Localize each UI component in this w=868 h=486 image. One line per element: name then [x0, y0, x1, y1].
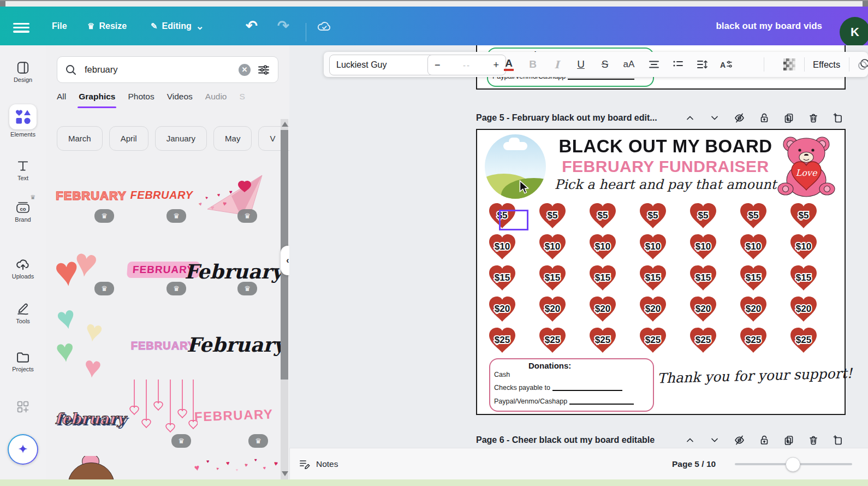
lock-page-icon[interactable] — [759, 435, 770, 446]
heart-10-col5[interactable]: $10 — [688, 233, 718, 262]
heart-10-col3[interactable]: $10 — [587, 233, 618, 262]
sidebar-item-projects[interactable]: Projects — [0, 350, 46, 372]
sidebar-item-apps[interactable] — [0, 399, 46, 414]
add-page-icon[interactable] — [833, 435, 843, 446]
sidebar-item-brand[interactable]: co ♛ Brand — [0, 199, 46, 223]
lock-page-icon[interactable] — [759, 112, 770, 123]
sidebar-item-design[interactable]: Design — [0, 61, 46, 83]
heart-10-col1[interactable]: $10 — [487, 233, 518, 262]
heart-15-col6[interactable]: $15 — [738, 264, 769, 293]
heart-5-col4[interactable]: $5 — [638, 202, 668, 230]
page6-header-title[interactable]: Page 6 - Cheer black out my board editab… — [476, 435, 655, 445]
heart-10-col4[interactable]: $10 — [638, 233, 668, 262]
heart-15-col2[interactable]: $15 — [537, 264, 568, 293]
heart-5-col3[interactable]: $5 — [587, 202, 618, 230]
hide-page-icon[interactable] — [734, 435, 745, 446]
delete-page-icon[interactable] — [808, 112, 819, 123]
text-color-button[interactable]: A — [500, 52, 518, 77]
redo-button[interactable]: ↷ — [277, 7, 289, 45]
graphic-tile-february-script[interactable]: February — [197, 250, 271, 293]
graphic-tile-february-brush[interactable]: February — [199, 325, 273, 364]
heart-20-col6[interactable]: $20 — [738, 295, 769, 324]
underline-button[interactable]: U — [572, 52, 590, 77]
heart-20-col1[interactable]: $20 — [487, 295, 518, 324]
add-page-icon[interactable] — [833, 112, 843, 123]
alignment-button[interactable] — [645, 52, 663, 77]
heart-15-col4[interactable]: $15 — [638, 264, 668, 293]
sidebar-item-elements[interactable]: Elements — [0, 104, 46, 138]
heart-5-col6[interactable]: $5 — [738, 202, 769, 230]
strikethrough-button[interactable]: S — [596, 52, 614, 77]
graphic-tile-character[interactable] — [66, 456, 116, 479]
document-title[interactable]: black out my board vids — [716, 7, 822, 45]
heart-15-col1[interactable]: $15 — [487, 264, 518, 293]
bold-button[interactable]: B — [524, 52, 542, 77]
heart-20-col7[interactable]: $20 — [788, 295, 819, 324]
heart-25-col4[interactable]: $25 — [638, 327, 668, 355]
sidebar-item-text[interactable]: Text — [0, 159, 46, 181]
text-case-button[interactable]: aA — [620, 52, 638, 77]
delete-page-icon[interactable] — [808, 435, 819, 446]
move-page-up-icon[interactable] — [685, 112, 695, 123]
letter-spacing-button[interactable]: A — [717, 52, 735, 77]
file-menu[interactable]: File — [52, 7, 67, 45]
graphic-tile-candy-hearts[interactable]: ♥♥♥♥ — [55, 306, 124, 381]
font-family-selector[interactable]: Luckiest Guy — [329, 55, 436, 75]
avatar[interactable]: K — [840, 17, 868, 48]
move-page-up-icon[interactable] — [685, 435, 695, 446]
heart-25-col7[interactable]: $25 — [788, 327, 819, 355]
notes-button[interactable]: Notes — [299, 448, 338, 480]
graphic-tile-paper-plane-hearts[interactable]: ♥♥♥♥♥♥ — [198, 172, 269, 222]
scroll-up-arrow[interactable] — [282, 122, 288, 127]
duplicate-page-icon[interactable] — [783, 112, 794, 123]
move-page-down-icon[interactable] — [709, 112, 720, 123]
scroll-down-arrow[interactable] — [282, 471, 288, 476]
sidebar-item-tools[interactable]: Tools — [0, 301, 46, 324]
heart-15-col7[interactable]: $15 — [788, 264, 819, 293]
heart-15-col3[interactable]: $15 — [587, 264, 618, 293]
heart-10-col7[interactable]: $10 — [788, 233, 819, 262]
duplicate-page-icon[interactable] — [783, 435, 794, 446]
font-size-value[interactable]: -- — [463, 61, 471, 70]
heart-25-col2[interactable]: $25 — [537, 327, 568, 355]
transparency-button[interactable] — [783, 58, 795, 70]
italic-button[interactable]: I — [548, 52, 566, 77]
heart-10-col6[interactable]: $10 — [738, 233, 769, 262]
heart-15-col5[interactable]: $15 — [688, 264, 718, 293]
heart-25-col1[interactable]: $25 — [487, 327, 518, 355]
line-spacing-button[interactable] — [693, 52, 711, 77]
effects-button[interactable]: Effects — [813, 52, 840, 77]
heart-25-col5[interactable]: $25 — [688, 327, 718, 355]
undo-button[interactable]: ↶ — [246, 7, 258, 45]
resize-button[interactable]: ♛ Resize — [87, 7, 127, 45]
hide-page-icon[interactable] — [734, 112, 745, 123]
heart-20-col3[interactable]: $20 — [587, 295, 618, 324]
page5[interactable]: BLACK OUT MY BOARD FEBRUARY FUNDRAISER P… — [476, 129, 846, 415]
heart-20-col2[interactable]: $20 — [537, 295, 568, 324]
graphic-tile-hearts-scatter[interactable]: ♥♥♥♥♥♥♥♥♥♥♥♥♥ — [192, 458, 289, 479]
graphic-tile-february-marker[interactable]: FEBRUARY — [198, 401, 270, 430]
heart-25-col3[interactable]: $25 — [587, 327, 618, 355]
font-size-increase-button[interactable]: + — [493, 60, 499, 71]
page5-donations-box[interactable]: Donations: Cash Checks payable to Paypal… — [489, 358, 654, 412]
bullet-list-button[interactable] — [669, 52, 687, 77]
font-size-decrease-button[interactable]: − — [435, 60, 441, 71]
heart-5-col7[interactable]: $5 — [788, 202, 819, 230]
animate-button[interactable] — [854, 52, 868, 77]
heart-10-col2[interactable]: $10 — [537, 233, 568, 262]
graphic-tile-february-retro[interactable]: february — [55, 404, 126, 433]
hamburger-menu-icon[interactable] — [13, 21, 29, 35]
heart-25-col6[interactable]: $25 — [738, 327, 769, 355]
magic-ai-button[interactable]: ✦ — [8, 434, 38, 465]
graphic-tile-february-coral[interactable]: FEBRUARY — [57, 183, 126, 209]
page5-header-title[interactable]: Page 5 - February black out my board edi… — [476, 113, 657, 123]
graphic-tile-february-grunge[interactable]: FEBRUARY — [128, 180, 195, 210]
heart-5-col5[interactable]: $5 — [688, 202, 718, 230]
heart-20-col5[interactable]: $20 — [688, 295, 718, 324]
cloud-save-button[interactable] — [317, 7, 332, 45]
editing-dropdown[interactable]: ✎ Editing ⌄ — [151, 7, 204, 45]
zoom-slider-thumb[interactable] — [786, 457, 800, 472]
heart-20-col4[interactable]: $20 — [638, 295, 668, 324]
move-page-down-icon[interactable] — [709, 435, 720, 446]
heart-5-col2[interactable]: $5 — [537, 202, 568, 230]
